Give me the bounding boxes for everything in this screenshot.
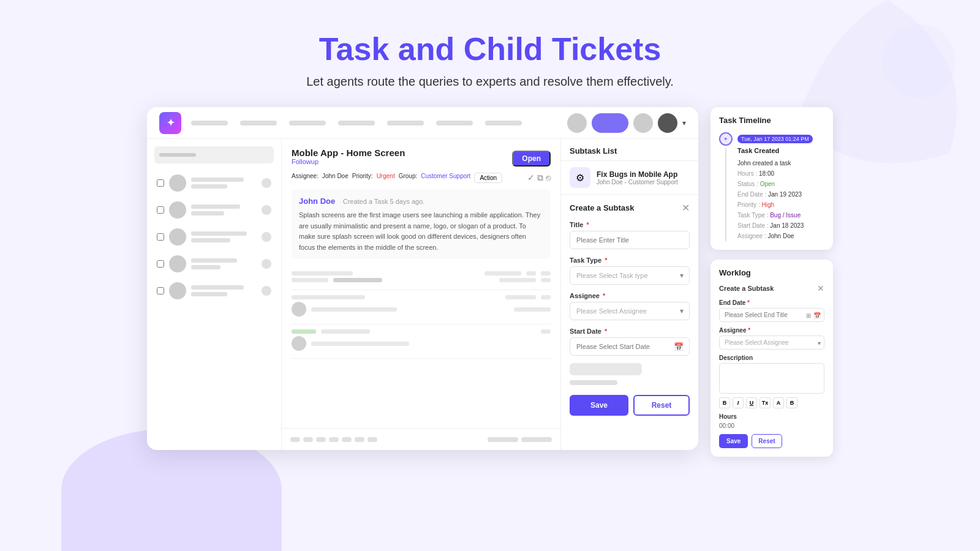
bold-icon[interactable]: B (719, 397, 730, 408)
list-bar (321, 329, 370, 334)
action-button[interactable]: Action (474, 173, 502, 183)
timeline-event-title: Task Created (737, 147, 824, 154)
worklog-hours-label: Hours (719, 413, 824, 420)
ticket-title-area: Moble App - Home Screen Followup (292, 148, 405, 169)
nav-right: ▾ (567, 113, 686, 133)
timeline-dot: ✦ (719, 132, 733, 146)
form-buttons: Save Reset (570, 395, 690, 416)
nav-item[interactable] (436, 121, 473, 126)
sidebar-checkbox[interactable] (157, 179, 164, 187)
worklog-end-date-label: End Date * (719, 299, 824, 306)
timeline-detail-row: Task Type : Bug / Issue (737, 210, 824, 220)
color-icon[interactable]: A (773, 397, 784, 408)
copy-icon[interactable]: ⧉ (537, 173, 543, 183)
sidebar-checkbox[interactable] (157, 287, 164, 294)
assignee-select[interactable]: Please Select Assignee (570, 302, 690, 320)
sidebar-line (191, 285, 244, 290)
list-item[interactable] (292, 290, 551, 324)
check-icon[interactable]: ✓ (527, 173, 535, 183)
nav-item[interactable] (387, 121, 424, 126)
subtask-list-item[interactable]: ⚙ Fix Bugs in Mobile App John Doe - Cust… (561, 161, 698, 195)
worklog-assignee-select[interactable]: Please Select Assignee (719, 335, 824, 350)
page-nav-btn[interactable] (521, 437, 552, 442)
sidebar-checkbox[interactable] (157, 260, 164, 268)
list-item[interactable] (292, 266, 551, 290)
share-icon[interactable]: ⎋ (546, 173, 551, 183)
ticket-title: Moble App - Home Screen (292, 148, 405, 158)
nav-avatar-3 (633, 113, 653, 133)
list-bar (514, 307, 551, 312)
close-icon[interactable]: ✕ (682, 202, 690, 214)
title-field-group: Title * (570, 221, 690, 249)
worklog-assignee-label: Assignee * (719, 327, 824, 334)
ticket-meta: Assignee: John Doe Priority: Urgent Grou… (292, 173, 551, 183)
page-dot[interactable] (290, 437, 300, 442)
list-item[interactable] (292, 324, 551, 359)
sidebar-item[interactable] (154, 252, 274, 276)
message-time: Created a Task 5 days ago. (343, 198, 425, 205)
save-button[interactable]: Save (570, 395, 628, 416)
worklog-save-button[interactable]: Save (719, 434, 748, 448)
sidebar-item[interactable] (154, 225, 274, 249)
start-date-input[interactable] (570, 337, 690, 356)
page-dot[interactable] (329, 437, 339, 442)
subtask-panel: Subtask List ⚙ Fix Bugs in Mobile App (560, 139, 698, 450)
list-bar (541, 278, 551, 282)
timeline-date-badge: Tue, Jan 17 2023 01:24 PM (737, 135, 813, 143)
sidebar-line (191, 238, 230, 242)
sidebar-item[interactable] (154, 171, 274, 195)
grid-icon: ⊞ (806, 312, 811, 318)
task-type-select-wrapper: Please Select Task type ▾ (570, 266, 690, 285)
sidebar-item[interactable] (154, 198, 274, 222)
form-placeholder-bar (570, 380, 617, 385)
assignee-label: Assignee: (292, 173, 318, 183)
nav-item[interactable] (338, 121, 375, 126)
page-dot[interactable] (368, 437, 377, 442)
timeline-detail-row: John created a task (737, 158, 824, 168)
worklog-hours-value: 00:00 (719, 422, 824, 429)
message-body: Splash screens are the first image users… (299, 210, 543, 253)
page-header: Task and Child Tickets Let agents route … (0, 0, 980, 107)
timeline-entry: ✦ Tue, Jan 17 2023 01:24 PM Task Created… (719, 132, 824, 241)
list-bar (311, 307, 397, 312)
underline-icon[interactable]: U (746, 397, 757, 408)
reset-button[interactable]: Reset (633, 395, 690, 416)
page-nav-btn[interactable] (488, 437, 518, 442)
create-subtask-form: Create a Subtask ✕ Title * Task Type * (561, 195, 698, 450)
page-dot[interactable] (342, 437, 352, 442)
timeline-line (725, 148, 726, 241)
page-dot[interactable] (355, 437, 364, 442)
worklog-hours-field: Hours 00:00 (719, 413, 824, 429)
open-status-button[interactable]: Open (512, 151, 551, 167)
italic-icon[interactable]: I (733, 397, 744, 408)
timeline-card: Task Timeline ✦ Tue, Jan 17 2023 01:24 P… (710, 107, 833, 250)
worklog-reset-button[interactable]: Reset (752, 434, 782, 448)
sidebar-line (191, 265, 221, 269)
nav-item[interactable] (485, 121, 522, 126)
nav-item[interactable] (240, 121, 277, 126)
sidebar-checkbox[interactable] (157, 233, 164, 241)
title-input[interactable] (570, 231, 690, 249)
page-dot[interactable] (316, 437, 326, 442)
subtask-icon: ⚙ (570, 167, 590, 188)
nav-item[interactable] (289, 121, 326, 126)
worklog-description-area[interactable] (719, 363, 824, 394)
task-type-select[interactable]: Please Select Task type (570, 266, 690, 285)
sidebar-item[interactable] (154, 279, 274, 303)
sidebar-checkbox[interactable] (157, 206, 164, 214)
bold2-icon[interactable]: B (786, 397, 797, 408)
list-bar (292, 329, 316, 334)
nav-avatar-2 (592, 113, 628, 133)
close-icon[interactable]: ✕ (817, 283, 824, 293)
sidebar-search[interactable] (154, 146, 274, 163)
form-header: Create a Subtask ✕ (570, 202, 690, 214)
nav-item[interactable] (191, 121, 228, 126)
form-placeholder-bar (570, 363, 642, 375)
page-dot[interactable] (303, 437, 313, 442)
sidebar (147, 139, 282, 450)
worklog-description-label: Description (719, 354, 824, 361)
text-icon[interactable]: Tx (760, 397, 771, 408)
list-bar (292, 295, 365, 299)
worklog-description-field: Description B I U Tx A B (719, 354, 824, 408)
sidebar-line (191, 211, 224, 216)
